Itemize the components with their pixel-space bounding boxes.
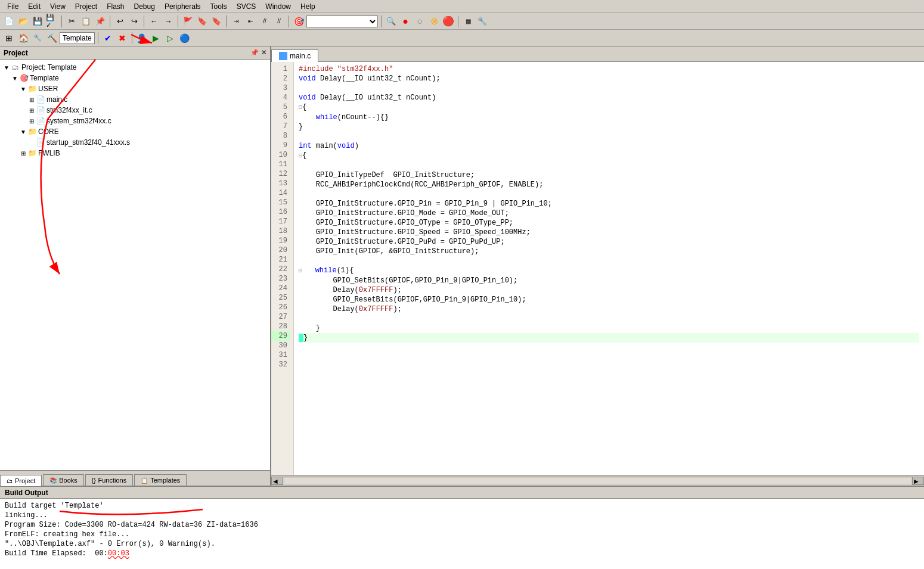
undo-btn[interactable]: ↩ (113, 15, 126, 28)
code-content[interactable]: #include "stm32f4xx.h" void Delay(__IO u… (294, 62, 924, 475)
code-line-8 (299, 132, 919, 141)
cut-btn[interactable]: ✂ (65, 15, 78, 28)
tree-target[interactable]: ▼ 🎯 Template (0, 73, 270, 83)
menu-flash[interactable]: Flash (102, 1, 129, 12)
dbg2-btn[interactable]: ○ (413, 15, 426, 28)
line-num-3: 3 (271, 83, 290, 93)
tree-fwlib-folder[interactable]: ⊞ 📁 FWLIB (0, 148, 270, 158)
menu-window[interactable]: Window (261, 1, 296, 12)
prev-bookmark-btn[interactable]: 🔖 (196, 15, 209, 28)
find-btn[interactable]: 🔍 (385, 15, 398, 28)
uncomment-btn[interactable]: // (272, 15, 286, 28)
line-num-21: 21 (271, 255, 290, 265)
expand-stm-it[interactable]: ⊞ (27, 106, 36, 114)
tree-startup[interactable]: 📄 startup_stm32f40_41xxx.s (0, 137, 270, 148)
new-file-btn[interactable]: 📄 (2, 15, 15, 28)
tb2-btn7[interactable]: ▷ (164, 32, 177, 45)
back-btn[interactable]: ← (147, 15, 160, 28)
dbg4-btn[interactable]: 🔴 (442, 15, 455, 28)
copy-btn[interactable]: 📋 (79, 15, 92, 28)
expand-core[interactable]: ▼ (19, 128, 27, 136)
dbg1-btn[interactable]: ● (399, 15, 412, 28)
templates-tab-label: Templates (150, 477, 180, 484)
tb2-checkmark[interactable]: ✔ (101, 32, 114, 45)
menu-view[interactable]: View (45, 1, 70, 12)
expand-fwlib[interactable]: ⊞ (19, 149, 27, 157)
target-dropdown[interactable]: GPIO_Init (306, 15, 378, 27)
expand-target[interactable]: ▼ (11, 74, 19, 82)
build-output-panel: Build Output Build target 'Template' lin… (0, 486, 924, 569)
editor-tab-main-c[interactable]: main.c (271, 49, 318, 62)
paste-btn[interactable]: 📌 (94, 15, 107, 28)
menu-edit[interactable]: Edit (23, 1, 45, 12)
close-panel-button[interactable]: ✕ (261, 49, 266, 57)
editor-scrollbar[interactable]: ◄ ► (271, 475, 924, 486)
dbg3-btn[interactable]: ⊗ (427, 15, 441, 28)
fold-icon-10[interactable]: ⊟ (299, 153, 302, 159)
tb2-home-btn[interactable]: 🏠 (17, 32, 30, 45)
code-line-32 (299, 362, 919, 371)
code-line-5: ⊟{ (299, 102, 919, 113)
expand-user[interactable]: ▼ (19, 85, 27, 93)
h-scrollbar[interactable]: ◄ ► (271, 477, 924, 485)
code-editor[interactable]: 1 2 3 4 5 6 7 8 9 10 11 12 13 14 15 16 1… (271, 62, 924, 475)
books-tab-label: Books (59, 477, 77, 484)
line-num-16: 16 (271, 207, 290, 217)
expand-main-c[interactable]: ⊞ (27, 95, 36, 104)
code-line-21 (299, 256, 919, 266)
line-num-22: 22 (271, 265, 290, 274)
fold-icon-5[interactable]: ⊟ (299, 104, 302, 111)
tb2-btn8[interactable]: 🔵 (178, 32, 191, 45)
indent-btn[interactable]: ⇥ (230, 15, 243, 28)
tab-functions[interactable]: {} Functions (85, 474, 133, 486)
tree-user-folder[interactable]: ▼ 📁 USER (0, 83, 270, 94)
tb2-btn6[interactable]: ▶ (150, 32, 163, 45)
code-line-29: } (299, 333, 919, 343)
tb2-btn4[interactable]: 🔨 (45, 32, 58, 45)
comment-btn[interactable]: // (258, 15, 271, 28)
tree-main-c[interactable]: ⊞ 📄 main.c (0, 94, 270, 105)
menu-file[interactable]: File (2, 1, 23, 12)
line-num-12: 12 (271, 169, 290, 179)
settings-btn[interactable]: 🔧 (476, 15, 489, 28)
tb2-btn3[interactable]: 🔧 (31, 32, 44, 45)
next-bookmark-btn[interactable]: 🔖 (210, 15, 223, 28)
menu-help[interactable]: Help (296, 1, 320, 12)
tree-stm32-it[interactable]: ⊞ 📄 stm32f4xx_it.c (0, 105, 270, 116)
menu-project[interactable]: Project (70, 1, 102, 12)
redo-btn[interactable]: ↪ (128, 15, 141, 28)
expand-sys[interactable]: ⊞ (27, 117, 36, 125)
menu-tools[interactable]: Tools (206, 1, 232, 12)
build-output-content[interactable]: Build target 'Template' linking... Progr… (0, 499, 924, 569)
menu-svcs[interactable]: SVCS (232, 1, 261, 12)
fold-icon-22[interactable]: ⊟ (299, 268, 302, 274)
startup-icon: 📄 (36, 138, 45, 147)
pin-button[interactable]: 📌 (250, 49, 259, 57)
unindent-btn[interactable]: ⇤ (244, 15, 257, 28)
tb2-btn1[interactable]: ⊞ (2, 32, 15, 45)
tree-project-root[interactable]: ▼ 🗂 Project: Template (0, 62, 270, 73)
line-num-8: 8 (271, 131, 290, 141)
tab-books[interactable]: 📚 Books (43, 474, 84, 486)
open-file-btn[interactable]: 📂 (17, 15, 30, 28)
view-btn[interactable]: ▦ (461, 15, 475, 28)
project-tab-icon: 🗂 (7, 478, 13, 484)
bookmark-btn[interactable]: 🚩 (181, 15, 194, 28)
scroll-right-btn[interactable]: ► (912, 477, 924, 485)
tree-stm32-it-label: stm32f4xx_it.c (46, 106, 92, 114)
scroll-left-btn[interactable]: ◄ (271, 477, 283, 485)
tb2-x-btn[interactable]: ✖ (116, 32, 129, 45)
tab-templates[interactable]: 📋 Templates (134, 474, 187, 486)
tree-system-stm32[interactable]: ⊞ 📄 system_stm32f4xx.c (0, 116, 270, 126)
tb2-user-btn[interactable]: 👤 (135, 32, 148, 45)
save-all-btn[interactable]: 💾✓ (45, 15, 58, 28)
save-btn[interactable]: 💾 (31, 15, 44, 28)
code-line-4: void Delay(__IO uint32_t nCount) (299, 93, 919, 102)
menu-debug[interactable]: Debug (129, 1, 160, 12)
tree-core-folder[interactable]: ▼ 📁 CORE (0, 126, 270, 137)
tab-project[interactable]: 🗂 Project (0, 475, 42, 486)
expand-project[interactable]: ▼ (2, 63, 11, 71)
forward-btn[interactable]: → (162, 15, 175, 28)
line-num-13: 13 (271, 179, 290, 188)
menu-peripherals[interactable]: Peripherals (160, 1, 206, 12)
